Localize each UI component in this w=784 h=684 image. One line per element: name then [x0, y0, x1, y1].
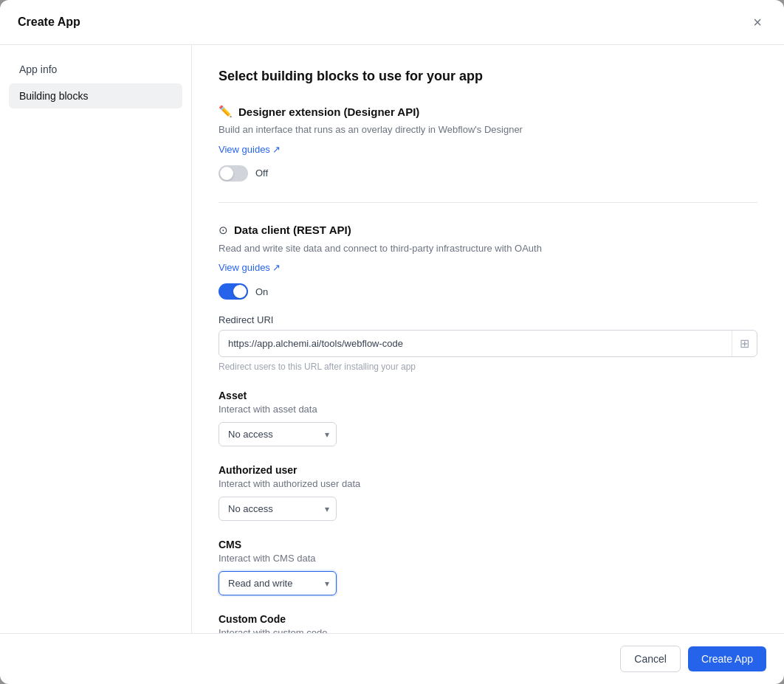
- perm-cms-select[interactable]: No access Read only Read and write: [219, 571, 337, 595]
- perm-custom-code-title: Custom Code: [219, 613, 757, 625]
- perm-cms-desc: Interact with CMS data: [219, 553, 757, 564]
- perm-asset-desc: Interact with asset data: [219, 404, 757, 415]
- data-client-desc: Read and write site data and connect to …: [219, 241, 757, 256]
- modal-footer: Cancel Create App: [0, 633, 784, 684]
- perm-authorized-user-select-wrapper: No access Read only Read and write ▾: [219, 497, 337, 521]
- designer-toggle[interactable]: [219, 165, 248, 182]
- content-title: Select building blocks to use for your a…: [219, 69, 757, 84]
- sidebar-item-app-info[interactable]: App info: [9, 57, 182, 82]
- designer-toggle-knob: [220, 167, 233, 180]
- perm-asset: Asset Interact with asset data No access…: [219, 390, 757, 446]
- designer-extension-desc: Build an interface that runs as an overl…: [219, 122, 757, 137]
- create-app-button[interactable]: Create App: [688, 646, 766, 671]
- redirect-uri-label: Redirect URI: [219, 314, 757, 325]
- cancel-button[interactable]: Cancel: [620, 646, 681, 672]
- designer-toggle-label: Off: [255, 167, 268, 179]
- perm-custom-code-desc: Interact with custom code: [219, 627, 757, 633]
- content-area: Select building blocks to use for your a…: [192, 45, 784, 633]
- perm-custom-code: Custom Code Interact with custom code No…: [219, 613, 757, 633]
- pencil-icon: ✏️: [219, 105, 233, 118]
- data-client-section: ⊙ Data client (REST API) Read and write …: [219, 224, 757, 634]
- redirect-uri-hint: Redirect users to this URL after install…: [219, 362, 757, 372]
- data-client-toggle-knob: [233, 285, 247, 298]
- perm-authorized-user: Authorized user Interact with authorized…: [219, 464, 757, 521]
- data-client-toggle-row: On: [219, 283, 757, 300]
- modal-body: App info Building blocks Select building…: [0, 45, 784, 633]
- perm-asset-select-wrapper: No access Read only Read and write ▾: [219, 422, 337, 446]
- perm-cms-select-wrapper: No access Read only Read and write ▾: [219, 571, 337, 595]
- data-client-view-guides-link[interactable]: View guides ↗: [219, 262, 281, 273]
- modal-header: Create App ×: [0, 0, 784, 45]
- data-client-title: Data client (REST API): [234, 224, 351, 236]
- data-client-header: ⊙ Data client (REST API): [219, 224, 757, 237]
- designer-extension-header: ✏️ Designer extension (Designer API): [219, 105, 757, 118]
- close-button[interactable]: ×: [749, 13, 766, 31]
- data-client-toggle-label: On: [255, 286, 268, 297]
- perm-authorized-user-select[interactable]: No access Read only Read and write: [219, 497, 337, 521]
- perm-asset-title: Asset: [219, 390, 757, 401]
- designer-extension-title: Designer extension (Designer API): [238, 106, 419, 118]
- copy-icon[interactable]: ⊞: [732, 331, 757, 356]
- perm-authorized-user-title: Authorized user: [219, 464, 757, 476]
- create-app-modal: Create App × App info Building blocks Se…: [0, 0, 784, 684]
- perm-cms: CMS Interact with CMS data No access Rea…: [219, 539, 757, 595]
- sidebar: App info Building blocks: [0, 45, 192, 633]
- sidebar-item-building-blocks[interactable]: Building blocks: [9, 83, 182, 108]
- data-client-toggle[interactable]: [219, 283, 248, 300]
- perm-asset-select[interactable]: No access Read only Read and write: [219, 422, 337, 446]
- permissions-section: Asset Interact with asset data No access…: [219, 390, 757, 633]
- redirect-uri-input-row: ⊞: [219, 330, 757, 357]
- designer-toggle-row: Off: [219, 165, 757, 182]
- perm-authorized-user-desc: Interact with authorized user data: [219, 478, 757, 489]
- designer-extension-section: ✏️ Designer extension (Designer API) Bui…: [219, 105, 757, 203]
- modal-title: Create App: [18, 15, 80, 29]
- perm-cms-title: CMS: [219, 539, 757, 550]
- database-icon: ⊙: [219, 224, 228, 237]
- designer-view-guides-link[interactable]: View guides ↗: [219, 144, 281, 155]
- redirect-uri-section: Redirect URI ⊞ Redirect users to this UR…: [219, 314, 757, 372]
- redirect-uri-input[interactable]: [219, 331, 732, 356]
